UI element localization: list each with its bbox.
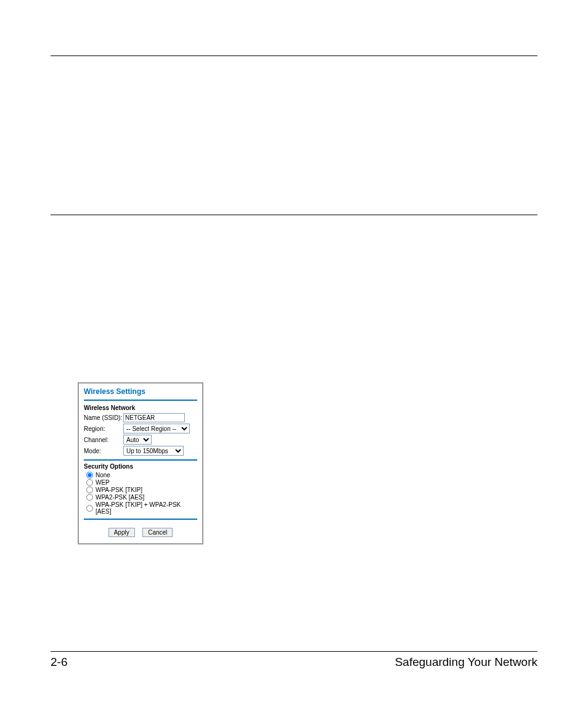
channel-row: Channel: Auto [84, 435, 197, 445]
channel-select[interactable]: Auto [123, 435, 152, 445]
security-option-row[interactable]: None [86, 472, 197, 478]
section-separator [84, 519, 197, 520]
region-select[interactable]: -- Select Region -- [123, 424, 190, 433]
mode-label: Mode: [84, 448, 123, 454]
section-separator [84, 400, 197, 401]
apply-button[interactable]: Apply [108, 528, 135, 537]
document-page: Wireless Settings Wireless Network Name … [0, 0, 588, 706]
page-number: 2-6 [51, 655, 67, 669]
security-option-row[interactable]: WPA-PSK [TKIP] [86, 486, 197, 493]
cancel-button[interactable]: Cancel [142, 528, 173, 537]
security-option-label: WEP [96, 479, 110, 486]
footer-rule [51, 651, 537, 652]
security-options-heading: Security Options [84, 463, 197, 470]
security-radio-wep[interactable] [86, 479, 93, 486]
channel-label: Channel: [84, 437, 123, 443]
region-row: Region: -- Select Region -- [84, 424, 197, 433]
security-radio-none[interactable] [86, 472, 93, 478]
wireless-settings-panel: Wireless Settings Wireless Network Name … [78, 382, 203, 544]
ssid-row: Name (SSID): [84, 413, 197, 422]
security-option-row[interactable]: WPA-PSK [TKIP] + WPA2-PSK [AES] [86, 501, 197, 515]
page-footer: 2-6 Safeguarding Your Network [51, 646, 537, 669]
mode-row: Mode: Up to 150Mbps [84, 446, 197, 456]
security-option-label: None [96, 472, 110, 478]
section-title: Safeguarding Your Network [395, 655, 537, 669]
top-horizontal-rule [51, 55, 537, 56]
ssid-label: Name (SSID): [84, 414, 123, 421]
mode-select[interactable]: Up to 150Mbps [123, 446, 184, 456]
region-label: Region: [84, 425, 123, 432]
section-separator [84, 459, 197, 461]
security-radio-wpa-psk[interactable] [86, 486, 93, 493]
security-radio-wpa2-psk[interactable] [86, 494, 93, 501]
security-radio-wpa-wpa2[interactable] [86, 505, 93, 512]
security-option-label: WPA-PSK [TKIP] [96, 486, 142, 493]
ssid-input[interactable] [123, 413, 185, 422]
wireless-network-heading: Wireless Network [84, 404, 197, 411]
panel-title: Wireless Settings [84, 387, 197, 400]
wireless-settings-panel-wrap: Wireless Settings Wireless Network Name … [78, 382, 203, 544]
security-option-row[interactable]: WPA2-PSK [AES] [86, 494, 197, 501]
panel-buttons: Apply Cancel [84, 526, 197, 537]
security-option-row[interactable]: WEP [86, 479, 197, 486]
security-option-label: WPA2-PSK [AES] [96, 494, 144, 501]
upper-section-divider [51, 210, 537, 220]
security-option-label: WPA-PSK [TKIP] + WPA2-PSK [AES] [96, 501, 197, 515]
